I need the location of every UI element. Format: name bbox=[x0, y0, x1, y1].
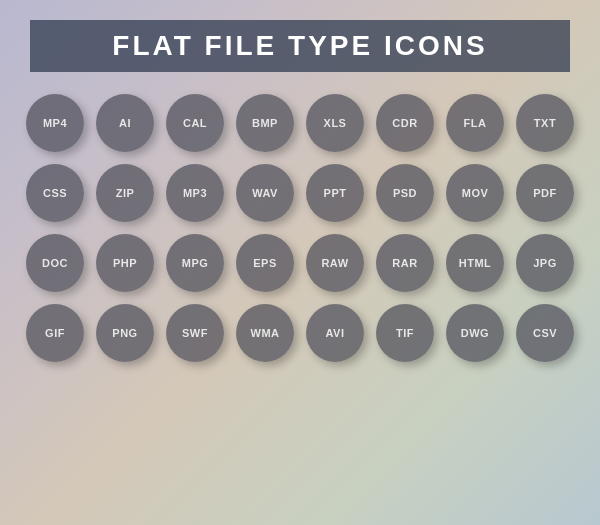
file-label-ai: AI bbox=[119, 117, 131, 129]
file-icon-csv[interactable]: CSV bbox=[516, 304, 574, 362]
file-label-wma: WMA bbox=[251, 327, 280, 339]
file-icon-zip[interactable]: ZIP bbox=[96, 164, 154, 222]
file-label-mp3: MP3 bbox=[183, 187, 207, 199]
file-label-csv: CSV bbox=[533, 327, 557, 339]
icon-row-0: MP4AICALBMPXLSCDRFLATXT bbox=[30, 94, 570, 152]
file-label-eps: EPS bbox=[253, 257, 277, 269]
file-label-css: CSS bbox=[43, 187, 67, 199]
file-label-cal: CAL bbox=[183, 117, 207, 129]
file-icon-cal[interactable]: CAL bbox=[166, 94, 224, 152]
file-label-raw: RAW bbox=[321, 257, 348, 269]
file-label-txt: TXT bbox=[534, 117, 556, 129]
file-label-gif: GIF bbox=[45, 327, 65, 339]
file-icon-html[interactable]: HTML bbox=[446, 234, 504, 292]
file-label-html: HTML bbox=[459, 257, 492, 269]
file-icon-rar[interactable]: RAR bbox=[376, 234, 434, 292]
file-icon-ppt[interactable]: PPT bbox=[306, 164, 364, 222]
file-icon-avi[interactable]: AVI bbox=[306, 304, 364, 362]
file-icon-wma[interactable]: WMA bbox=[236, 304, 294, 362]
file-label-php: PHP bbox=[113, 257, 137, 269]
file-label-swf: SWF bbox=[182, 327, 208, 339]
file-icon-php[interactable]: PHP bbox=[96, 234, 154, 292]
file-label-rar: RAR bbox=[392, 257, 417, 269]
file-icon-wav[interactable]: WAV bbox=[236, 164, 294, 222]
file-icon-fla[interactable]: FLA bbox=[446, 94, 504, 152]
file-label-psd: PSD bbox=[393, 187, 417, 199]
file-label-dwg: DWG bbox=[461, 327, 489, 339]
file-icon-xls[interactable]: XLS bbox=[306, 94, 364, 152]
file-label-ppt: PPT bbox=[324, 187, 347, 199]
file-icon-ai[interactable]: AI bbox=[96, 94, 154, 152]
file-icon-swf[interactable]: SWF bbox=[166, 304, 224, 362]
file-label-bmp: BMP bbox=[252, 117, 278, 129]
icons-grid: MP4AICALBMPXLSCDRFLATXTCSSZIPMP3WAVPPTPS… bbox=[30, 94, 570, 362]
file-icon-bmp[interactable]: BMP bbox=[236, 94, 294, 152]
file-icon-tif[interactable]: TIF bbox=[376, 304, 434, 362]
icon-row-2: DOCPHPMPGEPSRAWRARHTMLJPG bbox=[30, 234, 570, 292]
background: FLAT FILE TYPE ICONS MP4AICALBMPXLSCDRFL… bbox=[0, 0, 600, 525]
file-label-xls: XLS bbox=[324, 117, 347, 129]
file-label-zip: ZIP bbox=[116, 187, 135, 199]
file-label-pdf: PDF bbox=[533, 187, 557, 199]
file-label-wav: WAV bbox=[252, 187, 278, 199]
file-label-png: PNG bbox=[112, 327, 137, 339]
file-icon-jpg[interactable]: JPG bbox=[516, 234, 574, 292]
file-icon-cdr[interactable]: CDR bbox=[376, 94, 434, 152]
file-icon-psd[interactable]: PSD bbox=[376, 164, 434, 222]
file-icon-mp4[interactable]: MP4 bbox=[26, 94, 84, 152]
file-icon-mov[interactable]: MOV bbox=[446, 164, 504, 222]
page-title: FLAT FILE TYPE ICONS bbox=[60, 30, 540, 62]
icon-row-1: CSSZIPMP3WAVPPTPSDMOVPDF bbox=[30, 164, 570, 222]
file-label-fla: FLA bbox=[464, 117, 487, 129]
file-icon-css[interactable]: CSS bbox=[26, 164, 84, 222]
file-label-jpg: JPG bbox=[533, 257, 557, 269]
icon-row-3: GIFPNGSWFWMAAVITIFDWGCSV bbox=[30, 304, 570, 362]
file-label-cdr: CDR bbox=[392, 117, 417, 129]
file-icon-png[interactable]: PNG bbox=[96, 304, 154, 362]
file-icon-pdf[interactable]: PDF bbox=[516, 164, 574, 222]
file-label-doc: DOC bbox=[42, 257, 68, 269]
file-icon-mpg[interactable]: MPG bbox=[166, 234, 224, 292]
file-icon-dwg[interactable]: DWG bbox=[446, 304, 504, 362]
file-icon-raw[interactable]: RAW bbox=[306, 234, 364, 292]
file-label-mov: MOV bbox=[462, 187, 489, 199]
file-label-tif: TIF bbox=[396, 327, 414, 339]
file-icon-eps[interactable]: EPS bbox=[236, 234, 294, 292]
file-icon-txt[interactable]: TXT bbox=[516, 94, 574, 152]
title-bar: FLAT FILE TYPE ICONS bbox=[30, 20, 570, 72]
file-label-mpg: MPG bbox=[182, 257, 209, 269]
file-label-mp4: MP4 bbox=[43, 117, 67, 129]
file-label-avi: AVI bbox=[325, 327, 344, 339]
file-icon-doc[interactable]: DOC bbox=[26, 234, 84, 292]
file-icon-gif[interactable]: GIF bbox=[26, 304, 84, 362]
file-icon-mp3[interactable]: MP3 bbox=[166, 164, 224, 222]
